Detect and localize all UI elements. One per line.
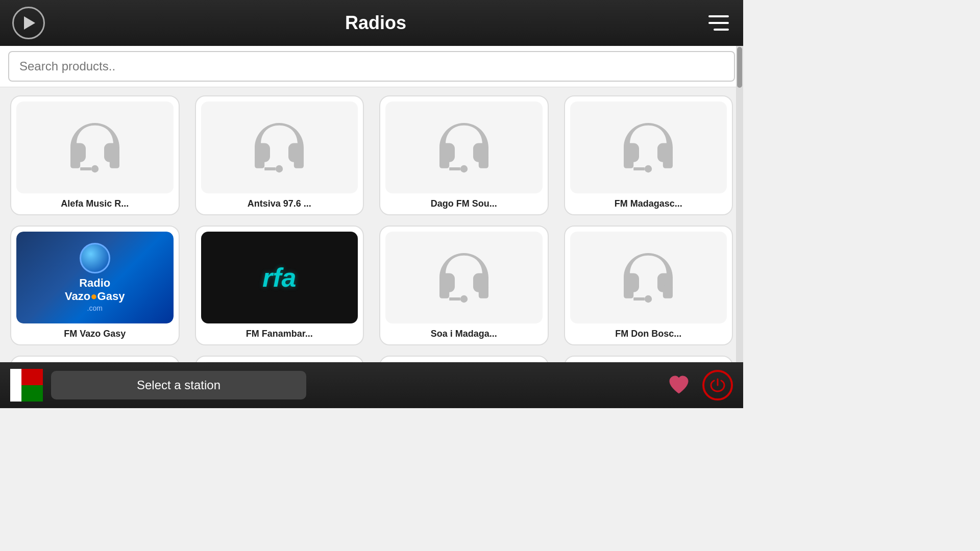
svg-rect-2 [110, 155, 119, 168]
station-image-3 [385, 102, 543, 193]
svg-point-19 [460, 295, 468, 303]
scrollbar-thumb[interactable] [737, 47, 742, 88]
svg-point-11 [460, 165, 468, 172]
search-input[interactable] [8, 51, 735, 82]
station-name-8: FM Don Bosc... [615, 329, 681, 339]
station-card-7[interactable]: Soa i Madaga... [379, 226, 549, 345]
app-header: Radios [0, 0, 743, 46]
rfa-logo-text: rfa [262, 262, 296, 293]
station-card-5[interactable]: RadioVazo●Gasy .com FM Vazo Gasy [10, 226, 180, 345]
flag-green-strip [21, 385, 43, 402]
svg-rect-6 [294, 155, 304, 168]
flag-red-strip [21, 369, 43, 385]
page-title: Radios [45, 12, 706, 34]
station-grid: Alefa Music R... Antsiva 97.6 ... Dago F [0, 87, 743, 368]
scrollbar-track[interactable] [736, 46, 743, 362]
station-card-3[interactable]: Dago FM Sou... [379, 95, 549, 215]
svg-rect-13 [624, 155, 633, 168]
svg-rect-18 [479, 285, 488, 298]
play-button[interactable] [12, 7, 45, 39]
station-image-1 [16, 102, 174, 193]
station-card-1[interactable]: Alefa Music R... [10, 95, 180, 215]
station-name-1: Alefa Music R... [61, 198, 129, 209]
station-name-3: Dago FM Sou... [431, 198, 497, 209]
station-card-6[interactable]: rfa FM Fanambar... [195, 226, 364, 345]
search-container [0, 46, 743, 87]
station-name-6: FM Fanambar... [246, 329, 313, 339]
svg-rect-22 [663, 285, 673, 298]
svg-point-15 [645, 165, 652, 172]
svg-point-7 [276, 165, 283, 172]
station-image-8 [570, 232, 727, 323]
svg-rect-9 [439, 155, 449, 168]
station-image-6: rfa [201, 232, 358, 323]
station-name-2: Antsiva 97.6 ... [248, 198, 311, 209]
menu-button[interactable] [706, 11, 731, 35]
station-name-4: FM Madagasc... [615, 198, 682, 209]
svg-rect-5 [255, 155, 264, 168]
svg-rect-17 [439, 285, 449, 298]
bottom-bar: Select a station [0, 362, 743, 408]
station-image-4 [570, 102, 727, 193]
flag-madagascar [10, 369, 43, 402]
favorite-button[interactable] [664, 370, 694, 400]
svg-rect-14 [663, 155, 673, 168]
vazo-globe [80, 243, 110, 273]
station-card-2[interactable]: Antsiva 97.6 ... [195, 95, 364, 215]
menu-line-1 [708, 15, 729, 17]
station-card-4[interactable]: FM Madagasc... [564, 95, 733, 215]
svg-rect-1 [70, 155, 80, 168]
station-card-8[interactable]: FM Don Bosc... [564, 226, 733, 345]
menu-line-2 [708, 22, 729, 24]
svg-marker-0 [24, 16, 35, 30]
station-image-2 [201, 102, 358, 193]
svg-rect-21 [624, 285, 633, 298]
menu-line-3 [714, 29, 729, 31]
select-station-button[interactable]: Select a station [51, 371, 306, 399]
svg-point-23 [645, 295, 652, 303]
station-image-7 [385, 232, 543, 323]
power-button[interactable] [702, 370, 733, 400]
svg-rect-10 [479, 155, 488, 168]
station-name-7: Soa i Madaga... [431, 329, 497, 339]
station-name-5: FM Vazo Gasy [64, 329, 126, 339]
svg-point-3 [91, 165, 99, 172]
station-image-5: RadioVazo●Gasy .com [16, 232, 174, 323]
flag-white-strip [10, 369, 21, 402]
